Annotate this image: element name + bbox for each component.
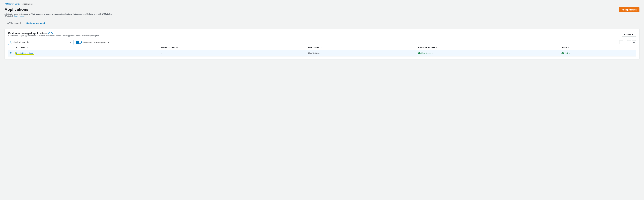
row-cert-expiration-cell: ✓ May 13, 2029: [416, 50, 560, 56]
col-radio: [8, 45, 14, 50]
col-owning-account-label: Owning account ID: [161, 46, 178, 48]
learn-more-link[interactable]: Learn more: [14, 15, 24, 17]
card-subtitle: A customer managed application can be se…: [8, 35, 100, 37]
cert-badge: ✓ May 13, 2029: [418, 52, 558, 54]
col-date-created[interactable]: Date created ▽: [306, 45, 416, 50]
actions-button-label: Actions: [624, 33, 631, 35]
row-radio-cell: [8, 50, 14, 56]
applications-table: Application ▽ Owning account ID ▽ Date c…: [8, 45, 636, 56]
row-application-cell: Elastic Kibana Cloud: [14, 50, 160, 56]
col-owning-sort-icon: ▽: [179, 47, 180, 48]
toggle-label: Show incomplete configurations: [83, 41, 109, 43]
customer-managed-card: Customer managed applications (12) A cus…: [4, 29, 640, 59]
tab-customer-managed[interactable]: Customer managed: [24, 20, 48, 26]
app-link[interactable]: Elastic Kibana Cloud: [16, 52, 33, 54]
card-title-text: Customer managed applications: [8, 32, 48, 35]
page-header-left: Applications Administer users and groups…: [4, 7, 115, 17]
pagination-prev-button[interactable]: ‹: [619, 40, 623, 44]
actions-button[interactable]: Actions ▼: [622, 32, 636, 37]
col-date-created-label: Date created: [308, 46, 319, 48]
row-owning-account-cell: -: [160, 50, 306, 56]
card-title: Customer managed applications (12): [8, 32, 100, 35]
page-title: Applications: [4, 7, 115, 12]
row-radio-input[interactable]: [10, 52, 12, 54]
toggle-wrapper: Show incomplete configurations: [76, 41, 109, 44]
row-status-cell: ✓ Active: [560, 50, 636, 56]
breadcrumb-separator: ›: [21, 3, 22, 5]
col-status-label: Status: [562, 46, 567, 48]
col-owning-account[interactable]: Owning account ID ▽: [160, 45, 306, 50]
cert-status-icon: ✓: [418, 52, 420, 54]
col-application[interactable]: Application ▽: [14, 45, 160, 50]
pagination-next-button[interactable]: ›: [627, 40, 631, 44]
breadcrumb-home-link[interactable]: IAM Identity Center: [4, 3, 20, 5]
add-application-button[interactable]: Add application: [619, 7, 640, 12]
table-row: Elastic Kibana Cloud - May 13, 2024 ✓ Ma…: [8, 50, 636, 56]
breadcrumb: IAM Identity Center › Applications: [4, 3, 640, 5]
page-header: Applications Administer users and groups…: [4, 7, 640, 17]
table-header-row: Application ▽ Owning account ID ▽ Date c…: [8, 45, 636, 50]
search-clear-button[interactable]: ✕: [69, 41, 72, 44]
card-header: Customer managed applications (12) A cus…: [8, 32, 636, 39]
col-application-sort-icon: ▽: [26, 47, 28, 48]
col-date-sort-icon: ▽: [320, 47, 322, 48]
actions-dropdown-icon: ▼: [632, 33, 634, 35]
col-status[interactable]: Status ▽: [560, 45, 636, 50]
page-description: Administer users and groups for AWS mana…: [4, 13, 115, 17]
card-title-group: Customer managed applications (12) A cus…: [8, 32, 100, 39]
pagination-current-page: 1: [624, 41, 626, 43]
search-input[interactable]: [8, 40, 73, 45]
col-status-sort-icon: ▽: [568, 47, 570, 48]
table-wrapper: Application ▽ Owning account ID ▽ Date c…: [8, 45, 636, 56]
external-link-icon: ↗: [24, 15, 26, 17]
status-active-icon: ✓: [562, 52, 564, 54]
status-badge: ✓ Active: [562, 52, 634, 54]
pagination-row: ‹ 1 › ⚙: [619, 40, 636, 44]
col-cert-expiration: Certificate expiration: [416, 45, 560, 50]
row-date-created-cell: May 13, 2024: [306, 50, 416, 56]
col-application-label: Application: [16, 46, 26, 48]
app-name-highlight: Elastic Kibana Cloud: [16, 52, 34, 55]
card-title-count: (12): [48, 32, 53, 35]
tab-aws-managed[interactable]: AWS managed: [4, 20, 24, 26]
breadcrumb-current: Applications: [22, 3, 32, 5]
cert-expiration-value: May 13, 2029: [422, 52, 432, 54]
status-label: Active: [564, 52, 570, 54]
col-cert-label: Certificate expiration: [418, 46, 436, 48]
table-settings-button[interactable]: ⚙: [632, 40, 636, 44]
tabs-container: AWS managed Customer managed: [4, 20, 640, 26]
search-wrapper: 🔍 ✕: [8, 40, 73, 45]
incomplete-configurations-toggle[interactable]: [76, 41, 82, 44]
search-filter-row: 🔍 ✕ Show incomplete configurations ‹ 1 ›…: [8, 40, 636, 45]
